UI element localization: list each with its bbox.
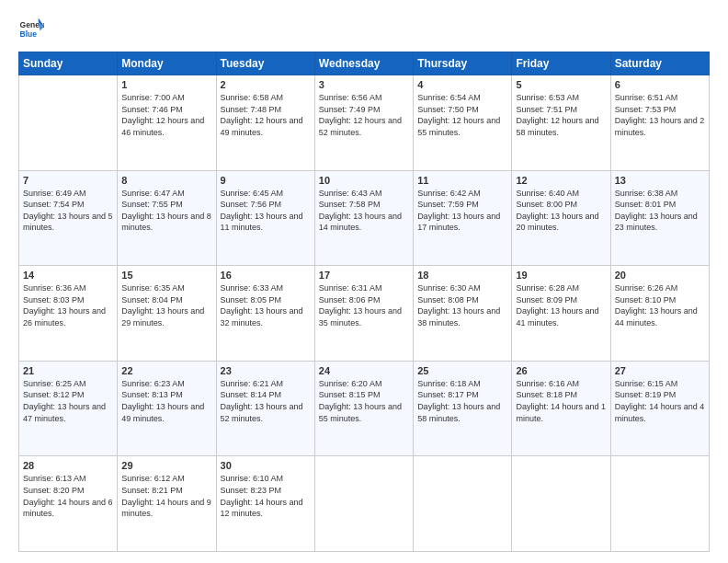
day-number: 23 — [221, 365, 311, 376]
daylight-text: Daylight: 14 hours and 1 minute. — [516, 402, 606, 423]
sunrise-text: Sunrise: 6:35 AM — [121, 283, 185, 293]
sunset-text: Sunset: 8:14 PM — [221, 390, 282, 399]
sunset-text: Sunset: 7:59 PM — [417, 200, 479, 209]
sunrise-text: Sunrise: 6:43 AM — [319, 189, 382, 198]
sunset-text: Sunset: 8:23 PM — [221, 486, 282, 495]
sunset-text: Sunset: 7:49 PM — [319, 105, 381, 114]
sunset-text: Sunset: 8:00 PM — [516, 200, 577, 209]
calendar-cell: 29 Sunrise: 6:12 AM Sunset: 8:21 PM Dayl… — [118, 456, 216, 552]
calendar-cell: 8 Sunrise: 6:47 AM Sunset: 7:55 PM Dayli… — [118, 170, 216, 266]
daylight-text: Daylight: 13 hours and 17 minutes. — [417, 212, 500, 233]
sunrise-text: Sunrise: 6:20 AM — [319, 379, 382, 388]
sunset-text: Sunset: 7:50 PM — [417, 105, 479, 114]
day-info: Sunrise: 6:31 AM Sunset: 8:06 PM Dayligh… — [319, 282, 409, 328]
daylight-text: Daylight: 13 hours and 41 minutes. — [516, 306, 598, 327]
calendar-cell: 26 Sunrise: 6:16 AM Sunset: 8:18 PM Dayl… — [512, 361, 610, 456]
day-number: 24 — [319, 365, 409, 376]
sunrise-text: Sunrise: 7:00 AM — [121, 93, 185, 102]
sunset-text: Sunset: 8:08 PM — [417, 295, 479, 304]
sunset-text: Sunset: 7:53 PM — [615, 105, 677, 114]
day-number: 9 — [221, 175, 311, 186]
day-info: Sunrise: 6:53 AM Sunset: 7:51 PM Dayligh… — [516, 92, 606, 138]
sunset-text: Sunset: 8:13 PM — [121, 390, 183, 399]
sunrise-text: Sunrise: 6:38 AM — [615, 189, 678, 198]
page: General Blue SundayMondayTuesdayWednesda… — [0, 0, 728, 563]
day-info: Sunrise: 6:10 AM Sunset: 8:23 PM Dayligh… — [221, 473, 311, 519]
calendar-week-row: 21 Sunrise: 6:25 AM Sunset: 8:12 PM Dayl… — [19, 361, 710, 456]
calendar-cell: 24 Sunrise: 6:20 AM Sunset: 8:15 PM Dayl… — [314, 361, 413, 456]
day-info: Sunrise: 6:25 AM Sunset: 8:12 PM Dayligh… — [23, 378, 113, 424]
day-number: 11 — [417, 175, 507, 186]
day-number: 1 — [121, 79, 211, 90]
day-info: Sunrise: 6:36 AM Sunset: 8:03 PM Dayligh… — [23, 282, 113, 328]
sunset-text: Sunset: 7:46 PM — [121, 105, 183, 114]
sunrise-text: Sunrise: 6:13 AM — [23, 474, 86, 483]
sunrise-text: Sunrise: 6:51 AM — [615, 93, 678, 102]
daylight-text: Daylight: 13 hours and 32 minutes. — [221, 306, 303, 327]
sunset-text: Sunset: 8:06 PM — [319, 295, 381, 304]
day-info: Sunrise: 6:15 AM Sunset: 8:19 PM Dayligh… — [615, 378, 705, 424]
calendar-table: SundayMondayTuesdayWednesdayThursdayFrid… — [18, 52, 710, 552]
day-info: Sunrise: 7:00 AM Sunset: 7:46 PM Dayligh… — [121, 92, 211, 138]
sunrise-text: Sunrise: 6:30 AM — [417, 283, 481, 293]
calendar-cell: 6 Sunrise: 6:51 AM Sunset: 7:53 PM Dayli… — [610, 75, 709, 171]
sunrise-text: Sunrise: 6:31 AM — [319, 283, 382, 293]
sunset-text: Sunset: 7:56 PM — [221, 200, 282, 209]
daylight-text: Daylight: 13 hours and 47 minutes. — [23, 402, 106, 423]
day-number: 12 — [516, 175, 606, 186]
day-info: Sunrise: 6:13 AM Sunset: 8:20 PM Dayligh… — [23, 473, 113, 519]
sunrise-text: Sunrise: 6:28 AM — [516, 283, 579, 293]
sunset-text: Sunset: 8:19 PM — [615, 390, 677, 399]
day-info: Sunrise: 6:35 AM Sunset: 8:04 PM Dayligh… — [121, 282, 211, 328]
sunrise-text: Sunrise: 6:49 AM — [23, 189, 86, 198]
logo: General Blue — [18, 17, 44, 42]
sunset-text: Sunset: 8:04 PM — [121, 295, 183, 304]
day-info: Sunrise: 6:40 AM Sunset: 8:00 PM Dayligh… — [516, 188, 606, 234]
day-number: 22 — [121, 365, 211, 376]
day-of-week-header: Tuesday — [216, 52, 314, 75]
svg-text:Blue: Blue — [20, 29, 38, 39]
day-info: Sunrise: 6:21 AM Sunset: 8:14 PM Dayligh… — [221, 378, 311, 424]
daylight-text: Daylight: 13 hours and 26 minutes. — [23, 306, 106, 327]
day-number: 25 — [417, 365, 507, 376]
daylight-text: Daylight: 13 hours and 35 minutes. — [319, 306, 402, 327]
daylight-text: Daylight: 13 hours and 55 minutes. — [319, 402, 402, 423]
day-info: Sunrise: 6:16 AM Sunset: 8:18 PM Dayligh… — [516, 378, 606, 424]
calendar-cell: 18 Sunrise: 6:30 AM Sunset: 8:08 PM Dayl… — [414, 266, 512, 362]
day-info: Sunrise: 6:18 AM Sunset: 8:17 PM Dayligh… — [417, 378, 507, 424]
calendar-cell: 20 Sunrise: 6:26 AM Sunset: 8:10 PM Dayl… — [610, 266, 709, 362]
day-number: 26 — [516, 365, 606, 376]
day-info: Sunrise: 6:30 AM Sunset: 8:08 PM Dayligh… — [417, 282, 507, 328]
calendar-cell: 28 Sunrise: 6:13 AM Sunset: 8:20 PM Dayl… — [19, 456, 118, 552]
day-number: 14 — [23, 270, 113, 281]
sunset-text: Sunset: 7:55 PM — [121, 200, 183, 209]
calendar-week-row: 14 Sunrise: 6:36 AM Sunset: 8:03 PM Dayl… — [19, 266, 710, 362]
sunrise-text: Sunrise: 6:18 AM — [417, 379, 481, 388]
sunset-text: Sunset: 8:01 PM — [615, 200, 677, 209]
day-info: Sunrise: 6:26 AM Sunset: 8:10 PM Dayligh… — [615, 282, 705, 328]
sunrise-text: Sunrise: 6:25 AM — [23, 379, 86, 388]
sunrise-text: Sunrise: 6:54 AM — [417, 93, 481, 102]
calendar-cell: 3 Sunrise: 6:56 AM Sunset: 7:49 PM Dayli… — [314, 75, 413, 171]
calendar-cell: 21 Sunrise: 6:25 AM Sunset: 8:12 PM Dayl… — [19, 361, 118, 456]
calendar-cell — [610, 456, 709, 552]
daylight-text: Daylight: 12 hours and 52 minutes. — [319, 116, 402, 137]
calendar-week-row: 7 Sunrise: 6:49 AM Sunset: 7:54 PM Dayli… — [19, 170, 710, 266]
calendar-cell: 14 Sunrise: 6:36 AM Sunset: 8:03 PM Dayl… — [19, 266, 118, 362]
daylight-text: Daylight: 13 hours and 2 minutes. — [615, 116, 705, 137]
calendar-cell: 10 Sunrise: 6:43 AM Sunset: 7:58 PM Dayl… — [314, 170, 413, 266]
sunrise-text: Sunrise: 6:36 AM — [23, 283, 86, 293]
calendar-cell: 12 Sunrise: 6:40 AM Sunset: 8:00 PM Dayl… — [512, 170, 610, 266]
daylight-text: Daylight: 12 hours and 49 minutes. — [221, 116, 303, 137]
sunset-text: Sunset: 8:21 PM — [121, 486, 183, 495]
calendar-cell: 1 Sunrise: 7:00 AM Sunset: 7:46 PM Dayli… — [118, 75, 216, 171]
calendar-week-row: 1 Sunrise: 7:00 AM Sunset: 7:46 PM Dayli… — [19, 75, 710, 171]
day-info: Sunrise: 6:20 AM Sunset: 8:15 PM Dayligh… — [319, 378, 409, 424]
day-number: 21 — [23, 365, 113, 376]
day-info: Sunrise: 6:23 AM Sunset: 8:13 PM Dayligh… — [121, 378, 211, 424]
sunrise-text: Sunrise: 6:15 AM — [615, 379, 678, 388]
sunrise-text: Sunrise: 6:45 AM — [221, 189, 284, 198]
day-of-week-header: Thursday — [414, 52, 512, 75]
calendar-cell: 7 Sunrise: 6:49 AM Sunset: 7:54 PM Dayli… — [19, 170, 118, 266]
sunrise-text: Sunrise: 6:26 AM — [615, 283, 678, 293]
